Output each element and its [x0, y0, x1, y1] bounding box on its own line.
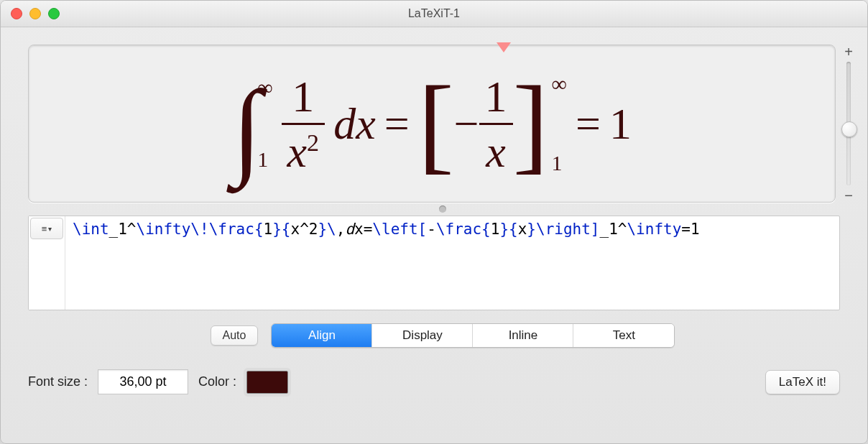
preview-row: ∫ ∞ 1 1 x2 dx = [28, 45, 857, 203]
result: 1 [609, 98, 632, 149]
app-window: LaTeXiT-1 ∫ ∞ 1 1 [0, 0, 868, 444]
titlebar: LaTeXiT-1 [1, 1, 867, 27]
color-swatch[interactable] [246, 371, 288, 394]
window-body: ∫ ∞ 1 1 x2 dx = [1, 27, 867, 443]
mode-text[interactable]: Text [573, 324, 674, 347]
close-icon[interactable] [11, 8, 22, 19]
mode-inline[interactable]: Inline [473, 324, 573, 347]
render-preview[interactable]: ∫ ∞ 1 1 x2 dx = [28, 45, 836, 203]
latex-source-input[interactable]: \int_1^\infty\!\frac{1}{x^2}\,dx=\left[-… [65, 216, 839, 310]
fontsize-input[interactable] [98, 369, 188, 394]
color-label: Color : [198, 374, 236, 389]
footer-row: Font size : Color : LaTeX it! [28, 369, 840, 394]
window-title: LaTeXiT-1 [1, 7, 867, 20]
splitter[interactable] [28, 203, 857, 216]
bracket-lower: 1 [552, 152, 567, 174]
window-controls [11, 8, 60, 19]
zoom-icon[interactable] [48, 8, 60, 19]
mode-segmented-control[interactable]: AlignDisplayInlineText [271, 323, 675, 348]
left-bracket-icon: [ [418, 83, 454, 165]
zoom-track[interactable] [846, 62, 851, 185]
mode-row: Auto AlignDisplayInlineText [28, 323, 857, 348]
auto-button[interactable]: Auto [211, 325, 259, 346]
mode-display[interactable]: Display [372, 324, 473, 347]
frac-num: 1 [286, 74, 320, 119]
zoom-slider[interactable]: + − [840, 45, 857, 203]
menu-icon: ≡ [42, 223, 47, 234]
bfrac-num: 1 [479, 74, 513, 119]
integrand-fraction: 1 x2 [282, 74, 326, 174]
equals-1: = [384, 98, 410, 149]
editor-gutter: ≡ ▾ [29, 216, 65, 310]
mode-align[interactable]: Align [272, 324, 372, 347]
latex-it-button[interactable]: LaTeX it! [765, 370, 840, 394]
integral-symbol: ∫ [232, 91, 262, 166]
bfrac-den: x [480, 129, 512, 174]
dx: dx [333, 98, 376, 149]
bracket-term: [ − 1 x ] ∞ 1 [418, 73, 567, 174]
fontsize-label: Font size : [28, 374, 88, 389]
bracket-sign: − [454, 98, 479, 149]
zoom-thumb[interactable] [841, 121, 857, 137]
source-editor: ≡ ▾ \int_1^\infty\!\frac{1}{x^2}\,dx=\le… [28, 216, 840, 310]
bracket-upper: ∞ [552, 73, 567, 95]
chevron-down-icon: ▾ [48, 225, 52, 233]
exp-2: 2 [307, 129, 319, 156]
zoom-out-icon[interactable]: − [843, 188, 854, 203]
zoom-in-icon[interactable]: + [843, 45, 854, 59]
var-x: x [287, 127, 308, 176]
bracket-fraction: 1 x [479, 74, 513, 174]
editor-menu-button[interactable]: ≡ ▾ [30, 218, 63, 239]
right-bracket-icon: ] [513, 83, 549, 165]
rendered-equation: ∫ ∞ 1 1 x2 dx = [232, 73, 632, 174]
minimize-icon[interactable] [29, 8, 41, 19]
frac-den: x2 [282, 129, 326, 174]
baseline-marker-icon[interactable] [497, 42, 511, 52]
equals-2: = [576, 98, 601, 149]
